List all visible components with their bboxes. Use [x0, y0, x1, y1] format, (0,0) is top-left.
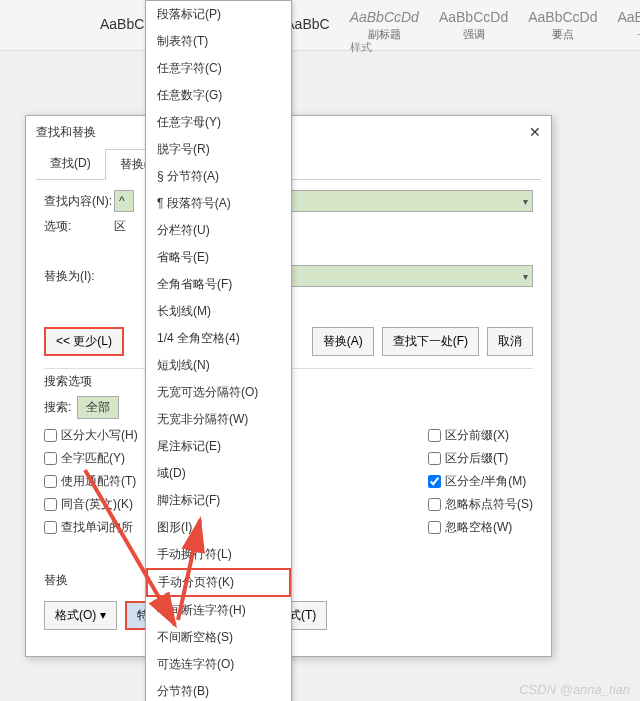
- find-label: 查找内容(N):: [44, 193, 114, 210]
- menu-item-0[interactable]: 段落标记(P): [146, 1, 291, 28]
- replace-label: 替换为(I):: [44, 268, 114, 285]
- check-suffix[interactable]: 区分后缀(T): [428, 450, 533, 467]
- menu-item-2[interactable]: 任意字符(C): [146, 55, 291, 82]
- check-wordforms[interactable]: 查找单词的所: [44, 519, 138, 536]
- menu-item-10[interactable]: 全角省略号(F): [146, 271, 291, 298]
- check-wildcard[interactable]: 使用通配符(T): [44, 473, 138, 490]
- menu-item-3[interactable]: 任意数字(G): [146, 82, 291, 109]
- menu-item-21[interactable]: 手动分页符(K): [146, 568, 291, 597]
- search-direction-combo[interactable]: 全部: [77, 396, 119, 419]
- tab-find[interactable]: 查找(D): [36, 149, 105, 179]
- left-checks: 区分大小写(H) 全字匹配(Y) 使用通配符(T) 同音(英文)(K) 查找单词…: [44, 427, 138, 542]
- menu-item-1[interactable]: 制表符(T): [146, 28, 291, 55]
- menu-item-18[interactable]: 脚注标记(F): [146, 487, 291, 514]
- check-space[interactable]: 忽略空格(W): [428, 519, 533, 536]
- dialog-title: 查找和替换: [36, 124, 96, 141]
- menu-item-9[interactable]: 省略号(E): [146, 244, 291, 271]
- search-direction-label: 搜索:: [44, 399, 71, 416]
- menu-item-17[interactable]: 域(D): [146, 460, 291, 487]
- ribbon-styles: AaBbC AaBb AaBbC AaBbC AaBbCcDd副标题 AaBbC…: [0, 0, 640, 51]
- menu-item-15[interactable]: 无宽非分隔符(W): [146, 406, 291, 433]
- style-point[interactable]: AaBbCcDd要点: [528, 9, 597, 42]
- menu-item-5[interactable]: 脱字号(R): [146, 136, 291, 163]
- menu-item-19[interactable]: 图形(I): [146, 514, 291, 541]
- cancel-button[interactable]: 取消: [487, 327, 533, 356]
- menu-item-11[interactable]: 长划线(M): [146, 298, 291, 325]
- check-wholeword[interactable]: 全字匹配(Y): [44, 450, 138, 467]
- check-soundslike[interactable]: 同音(英文)(K): [44, 496, 138, 513]
- right-checks: 区分前缀(X) 区分后缀(T) 区分全/半角(M) 忽略标点符号(S) 忽略空格…: [428, 427, 533, 542]
- ribbon-section-label: 样式: [350, 40, 372, 55]
- less-button[interactable]: << 更少(L): [44, 327, 124, 356]
- menu-item-14[interactable]: 无宽可选分隔符(O): [146, 379, 291, 406]
- find-dropdown[interactable]: ▾: [284, 190, 533, 212]
- menu-item-23[interactable]: 不间断空格(S): [146, 624, 291, 651]
- menu-item-4[interactable]: 任意字母(Y): [146, 109, 291, 136]
- chevron-down-icon: ▾: [523, 196, 528, 207]
- style-body[interactable]: AaBbCcDd→正文: [617, 9, 640, 42]
- menu-item-6[interactable]: § 分节符(A): [146, 163, 291, 190]
- menu-item-20[interactable]: 手动换行符(L): [146, 541, 291, 568]
- menu-item-13[interactable]: 短划线(N): [146, 352, 291, 379]
- find-input[interactable]: ^: [114, 190, 134, 212]
- options-label: 选项:: [44, 218, 114, 235]
- check-width[interactable]: 区分全/半角(M): [428, 473, 533, 490]
- menu-item-7[interactable]: ¶ 段落符号(A): [146, 190, 291, 217]
- style-subtitle[interactable]: AaBbCcDd副标题: [350, 9, 419, 42]
- menu-item-22[interactable]: 不间断连字符(H): [146, 597, 291, 624]
- menu-item-25[interactable]: 分节符(B): [146, 678, 291, 701]
- close-icon[interactable]: ✕: [529, 124, 541, 141]
- style-emphasis[interactable]: AaBbCcDd强调: [439, 9, 508, 42]
- check-prefix[interactable]: 区分前缀(X): [428, 427, 533, 444]
- find-next-button[interactable]: 查找下一处(F): [382, 327, 479, 356]
- watermark: CSDN @anna_tian: [519, 682, 630, 697]
- menu-item-16[interactable]: 尾注标记(E): [146, 433, 291, 460]
- format-button[interactable]: 格式(O) ▾: [44, 601, 117, 630]
- special-format-menu: 段落标记(P)制表符(T)任意字符(C)任意数字(G)任意字母(Y)脱字号(R)…: [145, 0, 292, 701]
- check-punct[interactable]: 忽略标点符号(S): [428, 496, 533, 513]
- chevron-down-icon: ▾: [523, 271, 528, 282]
- menu-item-8[interactable]: 分栏符(U): [146, 217, 291, 244]
- options-value: 区: [114, 218, 126, 235]
- menu-item-24[interactable]: 可选连字符(O): [146, 651, 291, 678]
- replace-all-button[interactable]: 替换(A): [312, 327, 374, 356]
- style-1[interactable]: AaBbC: [100, 16, 144, 34]
- check-case[interactable]: 区分大小写(H): [44, 427, 138, 444]
- menu-item-12[interactable]: 1/4 全角空格(4): [146, 325, 291, 352]
- replace-input[interactable]: ▾: [274, 265, 533, 287]
